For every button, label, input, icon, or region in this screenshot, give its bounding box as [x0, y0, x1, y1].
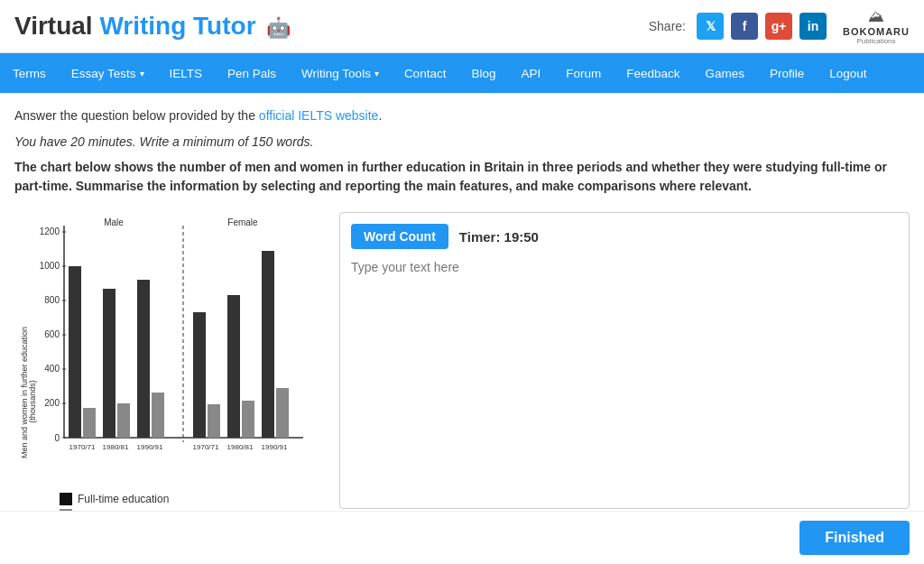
main-content: Answer the question below provided by th…	[0, 93, 924, 564]
svg-text:1980/81: 1980/81	[227, 443, 254, 451]
task-description: The chart below shows the number of men …	[14, 158, 910, 196]
nav-item-blog[interactable]: Blog	[458, 53, 508, 93]
bokomaru-brand: BOKOMARU	[843, 26, 910, 37]
footer-bar: Finished	[0, 511, 924, 564]
nav-item-ielts[interactable]: IELTS	[157, 53, 216, 93]
header-right: Share: 𝕏 f g+ in ⛰ BOKOMARU Publications	[649, 7, 910, 45]
instruction-suffix: .	[378, 108, 382, 123]
finished-button[interactable]: Finished	[799, 521, 910, 555]
svg-rect-30	[193, 312, 206, 438]
svg-rect-28	[152, 393, 164, 438]
timer-display: Timer: 19:50	[459, 229, 539, 245]
nav-item-feedback[interactable]: Feedback	[614, 53, 692, 93]
word-count-button[interactable]: Word Count	[351, 224, 448, 249]
nav-item-essay-tests[interactable]: Essay Tests▾	[59, 53, 157, 93]
chart-svg: 0 200 400 600 800 1000 1200 M	[14, 212, 321, 485]
essay-textarea[interactable]	[351, 260, 898, 495]
google-button[interactable]: g+	[765, 13, 792, 40]
navbar: TermsEssay Tests▾IELTSPen PalsWriting To…	[0, 53, 924, 93]
panel-toolbar: Word Count Timer: 19:50	[351, 224, 898, 249]
facebook-button[interactable]: f	[731, 13, 758, 40]
svg-text:0: 0	[54, 433, 60, 443]
bokomaru-sub: Publications	[856, 37, 895, 45]
svg-text:800: 800	[44, 295, 60, 305]
svg-text:1000: 1000	[40, 261, 60, 271]
linkedin-button[interactable]: in	[799, 13, 827, 40]
svg-text:(thousands): (thousands)	[28, 381, 37, 424]
share-label: Share:	[649, 19, 686, 33]
svg-text:Female: Female	[227, 217, 258, 227]
svg-text:1200: 1200	[40, 227, 60, 236]
logo-robot: 🤖	[266, 16, 291, 39]
svg-rect-36	[262, 251, 274, 438]
svg-text:1970/71: 1970/71	[69, 443, 96, 451]
bokomaru-icon: ⛰	[868, 7, 884, 26]
instructions: Answer the question below provided by th…	[14, 106, 910, 125]
svg-text:1990/91: 1990/91	[137, 443, 163, 451]
ielts-link[interactable]: official IELTS website	[259, 108, 379, 123]
legend-fulltime: Full-time education	[60, 493, 321, 505]
svg-rect-37	[276, 388, 289, 438]
nav-item-pen-pals[interactable]: Pen Pals	[215, 53, 289, 93]
legend-fulltime-label: Full-time education	[78, 493, 169, 505]
svg-rect-24	[103, 289, 116, 438]
bokomaru-logo: ⛰ BOKOMARU Publications	[843, 7, 910, 45]
time-note: You have 20 minutes. Write a minimum of …	[14, 134, 910, 149]
svg-text:400: 400	[44, 364, 60, 374]
nav-item-writing-tools[interactable]: Writing Tools▾	[289, 53, 392, 93]
nav-item-logout[interactable]: Logout	[817, 53, 879, 93]
svg-rect-21	[69, 266, 81, 438]
svg-rect-22	[83, 408, 96, 438]
nav-item-api[interactable]: API	[508, 53, 553, 93]
logo: Virtual Writing Tutor 🤖	[14, 12, 291, 41]
svg-text:600: 600	[44, 329, 60, 339]
nav-item-profile[interactable]: Profile	[757, 53, 817, 93]
instruction-text: Answer the question below provided by th…	[14, 108, 259, 123]
text-panel: Word Count Timer: 19:50	[339, 212, 910, 509]
header: Virtual Writing Tutor 🤖 Share: 𝕏 f g+ in…	[0, 0, 924, 53]
svg-text:1970/71: 1970/71	[193, 443, 219, 451]
svg-rect-25	[117, 403, 130, 438]
svg-rect-33	[227, 295, 240, 438]
nav-item-games[interactable]: Games	[693, 53, 758, 93]
legend-fulltime-box	[60, 493, 72, 505]
nav-item-contact[interactable]: Contact	[392, 53, 459, 93]
svg-text:1990/91: 1990/91	[262, 443, 288, 451]
nav-item-terms[interactable]: Terms	[0, 53, 59, 93]
dropdown-arrow-icon: ▾	[140, 69, 144, 79]
svg-text:200: 200	[44, 398, 60, 408]
nav-item-forum[interactable]: Forum	[553, 53, 614, 93]
logo-blue: Writing Tutor	[99, 12, 255, 40]
twitter-button[interactable]: 𝕏	[697, 13, 724, 40]
content-area: 0 200 400 600 800 1000 1200 M	[14, 212, 910, 522]
logo-black: Virtual	[14, 12, 93, 40]
chart-container: 0 200 400 600 800 1000 1200 M	[14, 212, 321, 522]
dropdown-arrow-icon: ▾	[374, 69, 379, 79]
svg-text:Male: Male	[104, 217, 124, 227]
svg-rect-31	[208, 404, 220, 438]
svg-text:1980/81: 1980/81	[103, 443, 129, 451]
svg-rect-34	[242, 401, 254, 438]
svg-rect-27	[137, 280, 150, 438]
